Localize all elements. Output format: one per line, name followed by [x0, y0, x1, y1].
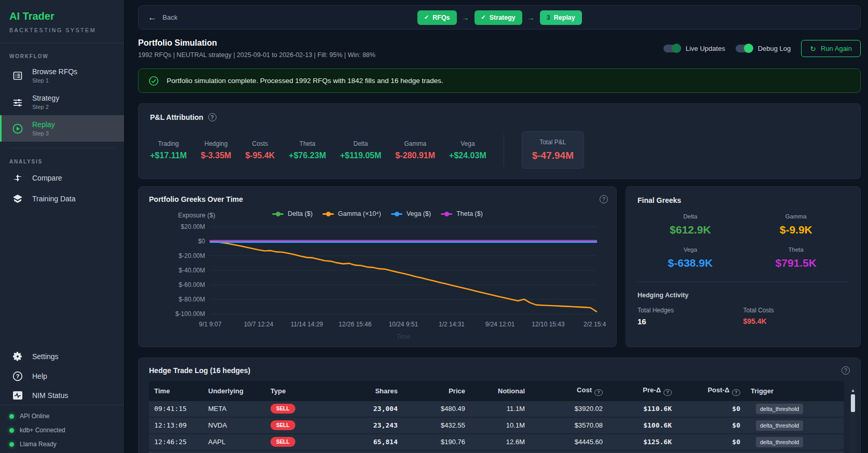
- sidebar-item-label: NIM Status: [32, 391, 68, 400]
- pnl-item-label: Costs: [245, 140, 275, 147]
- y-tick-label: $-80.00M: [179, 296, 205, 303]
- col-header-pre-[interactable]: Pre-Δ?: [608, 381, 677, 401]
- greek-label: Delta: [638, 213, 743, 219]
- scrollbar-thumb[interactable]: [851, 394, 855, 412]
- sliders-icon: [11, 97, 24, 107]
- cell-type: SELL: [265, 450, 338, 453]
- column-help-icon[interactable]: ?: [732, 389, 740, 396]
- sidebar-item-settings[interactable]: Settings: [0, 347, 124, 366]
- col-header-cost[interactable]: Cost?: [530, 381, 608, 401]
- col-header-label: Post-Δ: [708, 386, 729, 394]
- pnl-item-label: Trading: [150, 140, 187, 147]
- col-header-notional[interactable]: Notional: [470, 381, 530, 401]
- greeks-chart-card: Portfolio Greeks Over Time ? Exposure ($…: [138, 186, 617, 347]
- column-help-icon[interactable]: ?: [594, 389, 603, 396]
- pnl-item-theta: Theta+$76.23M: [289, 140, 326, 160]
- toggle-track: [663, 45, 681, 52]
- step-button-replay[interactable]: 3Replay: [540, 10, 582, 25]
- col-header-type[interactable]: Type: [265, 381, 338, 401]
- total-costs-label: Total Costs: [743, 307, 849, 314]
- y-tick-label: $-20.00M: [179, 252, 205, 259]
- cell-time: 09:41:15: [149, 401, 203, 417]
- col-header-time[interactable]: Time: [149, 381, 203, 401]
- table-row[interactable]: 13:21:08MSFTSELL30,114$412.7112.4M$4357.…: [149, 450, 844, 453]
- x-tick-label: 10/24 9:51: [389, 321, 418, 328]
- chart-help-icon[interactable]: ?: [600, 195, 608, 203]
- run-again-button[interactable]: ↻Run Again: [801, 40, 861, 57]
- step-button-rfqs[interactable]: ✓RFQs: [417, 10, 457, 25]
- sidebar-item-text: StrategyStep 2: [32, 94, 59, 110]
- col-header-post-[interactable]: Post-Δ?: [677, 381, 745, 401]
- col-header-price[interactable]: Price: [403, 381, 470, 401]
- col-header-label: Shares: [375, 387, 398, 395]
- toggle-live-updates[interactable]: Live Updates: [663, 45, 725, 52]
- header-controls: Live UpdatesDebug Log↻Run Again: [663, 40, 861, 57]
- cell-shares: 30,114: [338, 450, 403, 453]
- legend-item-delta-[interactable]: Delta ($): [272, 210, 313, 217]
- pnl-item-value: $-3.35M: [201, 151, 232, 160]
- sidebar-item-browse-rfqs[interactable]: Browse RFQsStep 1: [0, 62, 124, 89]
- sidebar-item-training-data[interactable]: Training Data: [0, 188, 124, 209]
- total-pnl-box: Total P&L$-47.94M: [522, 131, 584, 169]
- hedging-stats: Total Hedges 16 Total Costs $95.4K: [638, 307, 849, 326]
- scroll-up-icon[interactable]: ▲: [851, 388, 855, 393]
- pnl-help-icon[interactable]: ?: [208, 113, 216, 121]
- chart-legend-row: Exposure ($) Delta ($)Gamma (×10⁴)Vega (…: [149, 210, 606, 219]
- greek-value: $612.9K: [638, 224, 743, 236]
- toggle-debug-log[interactable]: Debug Log: [736, 45, 791, 52]
- back-button[interactable]: ← Back: [148, 13, 178, 22]
- charts-row: Portfolio Greeks Over Time ? Exposure ($…: [138, 186, 861, 347]
- cell-post-delta: $0: [677, 434, 745, 450]
- sidebar-item-replay[interactable]: ReplayStep 3: [0, 115, 124, 142]
- sidebar-item-step: Step 3: [32, 130, 55, 136]
- column-help-icon[interactable]: ?: [663, 389, 672, 396]
- pnl-card-title-row: P&L Attribution ?: [150, 113, 849, 121]
- x-tick-label: 1/2 14:31: [439, 321, 465, 328]
- table-row[interactable]: 09:41:15METASELL23,004$480.4911.1M$3920.…: [149, 401, 844, 417]
- pnl-item-label: Delta: [340, 140, 382, 147]
- series-line-gamma-10-: [210, 241, 596, 312]
- col-header-underlying[interactable]: Underlying: [203, 381, 265, 401]
- sidebar-item-help[interactable]: ?Help: [0, 366, 124, 386]
- final-greeks-title: Final Greeks: [638, 196, 849, 204]
- final-greeks-grid: Delta$612.9KGamma$-9.9KVega$-638.9KTheta…: [638, 213, 849, 269]
- greek-value: $791.5K: [743, 257, 849, 269]
- sidebar-item-label: Strategy: [32, 94, 59, 102]
- sidebar-divider: [9, 148, 115, 148]
- legend-item-theta-[interactable]: Theta ($): [441, 210, 483, 217]
- pnl-item-label: Vega: [449, 140, 486, 147]
- main-content: ← Back ✓RFQs→✓Strategy→3Replay Portfolio…: [125, 0, 868, 453]
- step-label: Strategy: [490, 14, 516, 21]
- workflow-topbar: ← Back ✓RFQs→✓Strategy→3Replay: [138, 5, 861, 30]
- col-header-trigger[interactable]: Trigger: [745, 381, 844, 401]
- table-scrollbar[interactable]: ▲: [850, 388, 856, 453]
- total-pnl-value: $-47.94M: [532, 150, 574, 161]
- hedge-log-help-icon[interactable]: ?: [842, 366, 850, 375]
- legend-item-vega-[interactable]: Vega ($): [391, 210, 431, 217]
- sidebar-item-nim-status[interactable]: NIM Status: [0, 386, 124, 405]
- gear-icon: [11, 351, 24, 362]
- final-greeks-divider: [638, 282, 849, 282]
- back-arrow-icon: ←: [148, 13, 157, 22]
- table-row[interactable]: 12:13:09NVDASELL23,243$432.5510.1M$3570.…: [149, 417, 844, 434]
- list-icon: [11, 71, 24, 81]
- table-row[interactable]: 12:46:25AAPLSELL65,814$190.7612.6M$4445.…: [149, 434, 844, 450]
- legend-label: Vega ($): [406, 210, 431, 217]
- sidebar-item-strategy[interactable]: StrategyStep 2: [0, 89, 124, 115]
- total-costs-value: $95.4K: [743, 317, 849, 325]
- check-icon: ✓: [424, 14, 429, 21]
- legend-item-gamma-10-[interactable]: Gamma (×10⁴): [322, 210, 381, 217]
- y-tick-label: $-40.00M: [179, 267, 205, 274]
- question-circle-icon: ?: [594, 389, 603, 396]
- col-header-shares[interactable]: Shares: [338, 381, 403, 401]
- col-header-label: Trigger: [751, 387, 774, 395]
- greeks-line-chart[interactable]: $20.00M$0$-20.00M$-40.00M$-60.00M$-80.00…: [149, 219, 606, 344]
- col-header-label: Type: [270, 387, 286, 395]
- sidebar-item-compare[interactable]: Compare: [0, 168, 124, 188]
- cell-cost: $4357.04: [530, 450, 608, 453]
- y-tick-label: $-60.00M: [179, 281, 205, 289]
- step-button-strategy[interactable]: ✓Strategy: [474, 10, 522, 25]
- cell-notional: 11.1M: [470, 401, 530, 417]
- cell-post-delta: $0: [677, 417, 745, 434]
- col-header-label: Notional: [498, 387, 525, 395]
